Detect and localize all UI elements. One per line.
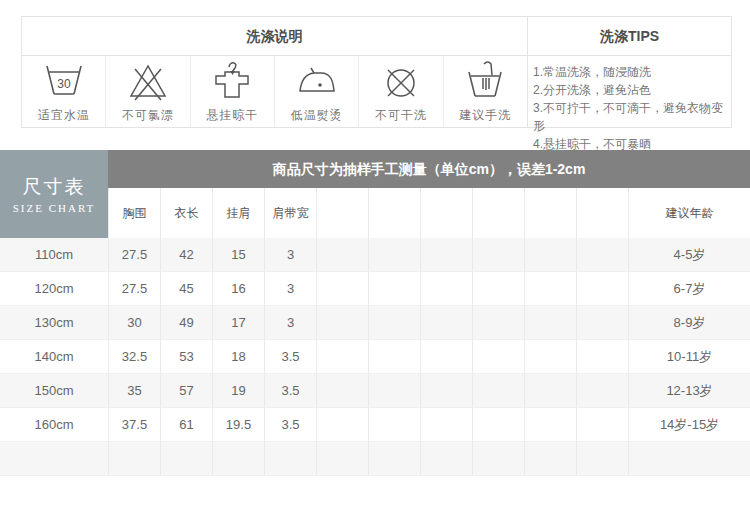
- column-header: 建议年龄: [628, 188, 750, 238]
- wash-symbol-row: 30 适宜水温 不可氯漂: [22, 56, 527, 127]
- value-cell: [576, 442, 628, 475]
- value-cell: [524, 408, 576, 441]
- wash-tips-title: 洗涤TIPS: [528, 17, 731, 56]
- size-label-cell: 120cm: [0, 272, 108, 305]
- value-cell: 14岁-15岁: [628, 408, 750, 441]
- value-cell: 17: [212, 306, 264, 339]
- size-chart-title: 尺寸表: [23, 174, 86, 200]
- size-row: 120cm27.5451636-7岁: [0, 272, 750, 306]
- size-chart-sidebar: 尺寸表 SIZE CHART: [0, 150, 108, 238]
- size-banner: 商品尺寸为抽样手工测量（单位cm），误差1-2cm: [108, 150, 750, 188]
- wash-symbol-cell: 30 适宜水温: [22, 56, 106, 127]
- value-cell: [160, 442, 212, 475]
- value-cell: [368, 272, 420, 305]
- size-chart-subtitle: SIZE CHART: [13, 202, 96, 214]
- value-cell: 3.5: [264, 374, 316, 407]
- value-cell: 45: [160, 272, 212, 305]
- column-header: [420, 188, 472, 238]
- size-chart-header: 尺寸表 SIZE CHART 商品尺寸为抽样手工测量（单位cm），误差1-2cm…: [0, 150, 750, 238]
- value-cell: [576, 272, 628, 305]
- value-cell: [212, 442, 264, 475]
- value-cell: [472, 238, 524, 271]
- value-cell: 42: [160, 238, 212, 271]
- value-cell: [524, 272, 576, 305]
- value-cell: [420, 340, 472, 373]
- value-cell: [576, 306, 628, 339]
- value-cell: [472, 374, 524, 407]
- value-cell: 37.5: [108, 408, 160, 441]
- value-cell: [316, 238, 368, 271]
- value-cell: [524, 340, 576, 373]
- value-cell: [472, 272, 524, 305]
- wash-symbol-label: 不可干洗: [375, 107, 427, 124]
- value-cell: [368, 442, 420, 475]
- size-chart-header-right: 商品尺寸为抽样手工测量（单位cm），误差1-2cm 胸围衣长挂肩肩带宽建议年龄: [108, 150, 750, 238]
- wash-symbol-label: 不可氯漂: [122, 107, 174, 124]
- wash-symbol-cell: 不可氯漂: [106, 56, 190, 127]
- wash-symbol-label: 建议手洗: [459, 107, 511, 124]
- value-cell: [420, 272, 472, 305]
- value-cell: [576, 340, 628, 373]
- value-cell: 30: [108, 306, 160, 339]
- size-row: 110cm27.5421534-5岁: [0, 238, 750, 272]
- wash-symbol-label: 低温熨烫: [291, 107, 343, 124]
- value-cell: [524, 238, 576, 271]
- size-row: 150cm3557193.512-13岁: [0, 374, 750, 408]
- value-cell: 19.5: [212, 408, 264, 441]
- value-cell: [524, 442, 576, 475]
- value-cell: [368, 238, 420, 271]
- value-cell: 27.5: [108, 238, 160, 271]
- product-detail-page: 洗涤说明 30 适宜水温: [0, 0, 750, 515]
- size-row: 130cm30491738-9岁: [0, 306, 750, 340]
- wash-care-table: 洗涤说明 30 适宜水温: [21, 16, 732, 128]
- value-cell: [420, 238, 472, 271]
- wash-symbol-cell: 低温熨烫: [275, 56, 359, 127]
- column-header: 肩带宽: [264, 188, 316, 238]
- no-bleach-icon: [125, 59, 171, 103]
- value-cell: 61: [160, 408, 212, 441]
- value-cell: 6-7岁: [628, 272, 750, 305]
- size-chart-section: 尺寸表 SIZE CHART 商品尺寸为抽样手工测量（单位cm），误差1-2cm…: [0, 150, 750, 476]
- value-cell: 4-5岁: [628, 238, 750, 271]
- value-cell: [420, 374, 472, 407]
- size-row: [0, 442, 750, 476]
- value-cell: 27.5: [108, 272, 160, 305]
- value-cell: [472, 408, 524, 441]
- wash-symbol-label: 适宜水温: [38, 107, 90, 124]
- value-cell: [472, 306, 524, 339]
- value-cell: 19: [212, 374, 264, 407]
- tip-line: 1.常温洗涤，随浸随洗: [533, 63, 727, 81]
- wash-30-icon: 30: [41, 59, 87, 103]
- value-cell: 18: [212, 340, 264, 373]
- value-cell: 3: [264, 238, 316, 271]
- wash-tips-list: 1.常温洗涤，随浸随洗2.分开洗涤，避免沾色3.不可拧干，不可滴干，避免衣物变形…: [528, 56, 731, 153]
- wash-symbol-cell: 建议手洗: [444, 56, 527, 127]
- value-cell: 3.5: [264, 408, 316, 441]
- value-cell: 57: [160, 374, 212, 407]
- value-cell: [576, 374, 628, 407]
- value-cell: 8-9岁: [628, 306, 750, 339]
- value-cell: [576, 408, 628, 441]
- value-cell: [472, 442, 524, 475]
- value-cell: [368, 408, 420, 441]
- wash-section-title: 洗涤说明: [22, 17, 527, 56]
- size-label-cell: [0, 442, 108, 475]
- wash-symbol-cell: 悬挂晾干: [191, 56, 275, 127]
- column-header: 胸围: [108, 188, 160, 238]
- size-table-body: 110cm27.5421534-5岁120cm27.5451636-7岁130c…: [0, 238, 750, 476]
- value-cell: [524, 306, 576, 339]
- value-cell: [108, 442, 160, 475]
- value-cell: [316, 442, 368, 475]
- value-cell: [368, 374, 420, 407]
- value-cell: 16: [212, 272, 264, 305]
- size-row: 140cm32.553183.510-11岁: [0, 340, 750, 374]
- column-header: [576, 188, 628, 238]
- value-cell: [316, 374, 368, 407]
- value-cell: [524, 374, 576, 407]
- value-cell: [420, 442, 472, 475]
- column-header: [472, 188, 524, 238]
- tip-line: 2.分开洗涤，避免沾色: [533, 81, 727, 99]
- value-cell: [368, 340, 420, 373]
- value-cell: [316, 340, 368, 373]
- value-cell: 12-13岁: [628, 374, 750, 407]
